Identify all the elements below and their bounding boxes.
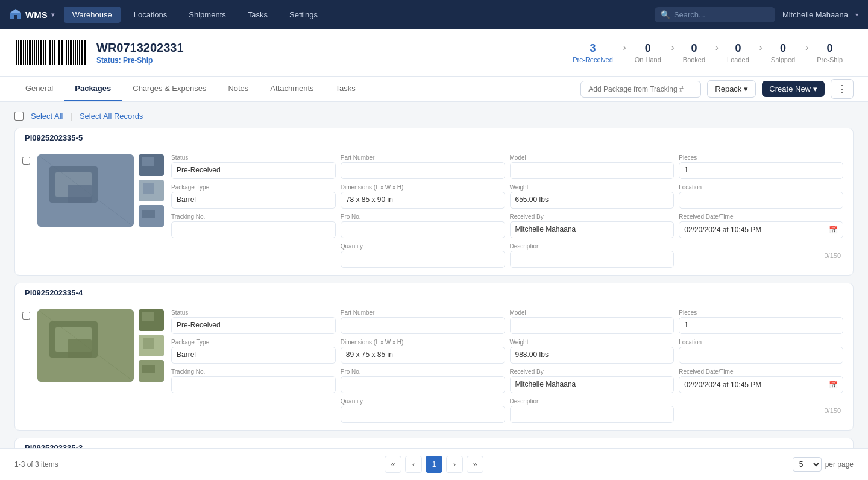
repack-label: Repack <box>715 84 741 93</box>
field-location-value[interactable] <box>679 347 843 364</box>
add-package-input[interactable] <box>580 81 701 98</box>
field-part-number-value[interactable] <box>341 317 505 334</box>
package-main-image <box>37 154 134 227</box>
svg-rect-24 <box>61 40 63 65</box>
package-checkbox-wrapper <box>22 309 30 423</box>
calendar-icon[interactable]: 📅 <box>829 381 838 389</box>
field-part-number: Part Number <box>341 154 505 179</box>
field-char-count-spacer <box>679 398 843 405</box>
field-quantity-label: Quantity <box>341 398 505 405</box>
repack-chevron-icon: ▾ <box>744 84 748 93</box>
field-received-by-value: Mitchelle Mahaana <box>510 221 675 238</box>
field-pro-value[interactable] <box>341 221 505 238</box>
create-new-button[interactable]: Create New ▾ <box>762 81 825 97</box>
field-tracking-value[interactable] <box>171 376 336 393</box>
select-all-records-link[interactable]: Select All Records <box>80 112 143 121</box>
status-label: Status: <box>96 56 121 65</box>
field-model-label: Model <box>510 309 675 316</box>
prev-page-button[interactable]: ‹ <box>405 456 422 473</box>
field-dimensions-value[interactable]: 78 x 85 x 90 in <box>341 192 505 209</box>
svg-rect-50 <box>68 339 92 358</box>
calendar-icon[interactable]: 📅 <box>829 226 838 234</box>
tab-charges[interactable]: Charges & Expenses <box>122 77 217 101</box>
nav-settings[interactable]: Settings <box>281 7 326 23</box>
stat-booked-label: Booked <box>683 56 705 63</box>
nav-locations[interactable]: Locations <box>125 7 176 23</box>
stat-loaded-label: Loaded <box>727 56 749 63</box>
status-value: Pre-Ship <box>123 56 153 65</box>
svg-rect-18 <box>48 40 48 65</box>
barcode-image <box>14 37 87 68</box>
barcode-area: WR0713202331 Status: Pre-Ship <box>14 37 184 68</box>
field-pieces-value[interactable]: 1 <box>679 317 843 334</box>
per-page-select[interactable]: 5 10 25 50 <box>793 457 822 472</box>
svg-rect-27 <box>68 40 69 65</box>
field-quantity-value[interactable] <box>341 251 505 268</box>
package-card: PI0925202335-4 <box>14 283 854 431</box>
nav-tasks[interactable]: Tasks <box>239 7 276 23</box>
stat-shipped: 0 Shipped <box>760 42 806 63</box>
field-weight-value[interactable]: 655.00 lbs <box>510 192 675 209</box>
svg-rect-34 <box>84 40 86 65</box>
nav-warehouse[interactable]: Warehouse <box>64 7 121 23</box>
field-package-type-value[interactable]: Barrel <box>171 192 336 209</box>
more-options-button[interactable]: ⋮ <box>831 79 854 99</box>
package-checkbox[interactable] <box>22 312 30 320</box>
user-label[interactable]: Mitchelle Mahaana <box>782 10 848 19</box>
field-pro-value[interactable] <box>341 376 505 393</box>
field-location-value[interactable] <box>679 192 843 209</box>
field-weight-label: Weight <box>510 184 675 191</box>
search-box[interactable]: 🔍 <box>655 7 775 22</box>
field-received-date-value[interactable]: 02/20/2024 at 10:45 PM 📅 <box>679 221 843 238</box>
stat-shipped-num: 0 <box>780 42 786 55</box>
svg-rect-20 <box>52 40 53 65</box>
nav-shipments[interactable]: Shipments <box>180 7 234 23</box>
field-location-label: Location <box>679 184 843 191</box>
stat-on-hand-num: 0 <box>645 42 651 55</box>
field-quantity-value[interactable] <box>341 406 505 423</box>
field-weight-value[interactable]: 988.00 lbs <box>510 347 675 364</box>
package-images <box>37 309 164 423</box>
field-tracking-value[interactable] <box>171 221 336 238</box>
field-package-type-value[interactable]: Barrel <box>171 347 336 364</box>
field-tracking: Tracking No. <box>171 213 336 238</box>
field-model-value[interactable] <box>510 317 675 334</box>
svg-marker-1 <box>10 9 21 13</box>
tab-notes[interactable]: Notes <box>217 77 259 101</box>
svg-rect-19 <box>49 40 51 65</box>
search-input[interactable] <box>674 10 769 19</box>
svg-rect-13 <box>36 40 37 65</box>
svg-rect-16 <box>43 40 44 65</box>
field-dimensions-label: Dimensions (L x W x H) <box>341 184 505 191</box>
select-all-checkbox[interactable] <box>14 112 24 121</box>
repack-button[interactable]: Repack ▾ <box>707 80 756 98</box>
next-page-button[interactable]: › <box>446 456 463 473</box>
tab-attachments[interactable]: Attachments <box>259 77 324 101</box>
tab-packages[interactable]: Packages <box>64 77 122 101</box>
tab-general[interactable]: General <box>14 77 64 101</box>
field-received-by: Received By Mitchelle Mahaana <box>510 213 675 238</box>
field-model-value[interactable] <box>510 162 675 179</box>
field-part-number-value[interactable] <box>341 162 505 179</box>
last-page-button[interactable]: » <box>467 456 483 473</box>
field-status-value: Pre-Received <box>171 317 336 334</box>
select-all-link[interactable]: Select All <box>31 112 63 121</box>
field-char-count-group: 0/150 <box>679 243 843 268</box>
stat-pre-received-num: 3 <box>590 42 596 55</box>
first-page-button[interactable]: « <box>385 456 401 473</box>
field-model: Model <box>510 154 675 179</box>
field-received-date-value[interactable]: 02/20/2024 at 10:45 PM 📅 <box>679 376 843 393</box>
tab-tasks[interactable]: Tasks <box>325 77 366 101</box>
field-description-value[interactable] <box>510 251 675 268</box>
svg-rect-45 <box>142 210 155 218</box>
create-new-label: Create New <box>769 84 811 93</box>
field-pieces-value[interactable]: 1 <box>679 162 843 179</box>
field-pieces: Pieces 1 <box>679 309 843 334</box>
brand-logo[interactable]: WMS ▾ <box>10 8 54 22</box>
field-description-value[interactable] <box>510 406 675 423</box>
page-1-button[interactable]: 1 <box>426 456 442 473</box>
field-dimensions-value[interactable]: 89 x 75 x 85 in <box>341 347 505 364</box>
package-thumbnails <box>139 309 164 382</box>
package-checkbox[interactable] <box>22 157 30 165</box>
svg-rect-7 <box>23 40 24 65</box>
